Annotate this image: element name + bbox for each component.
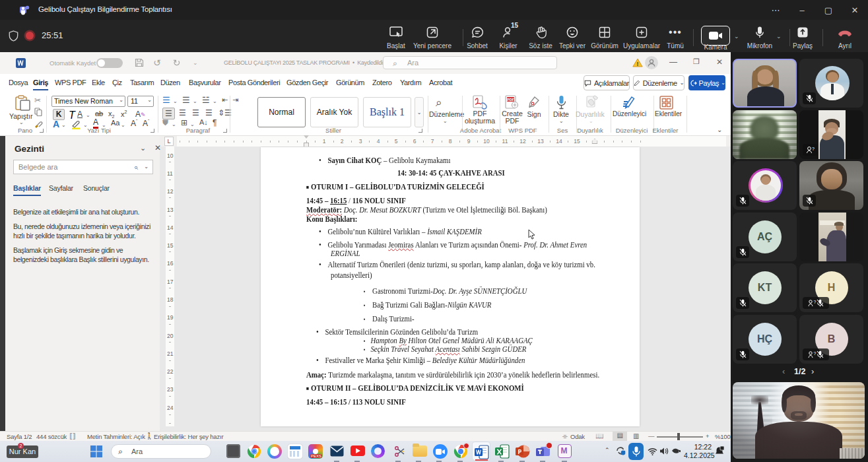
svg-text:?: ? (814, 300, 817, 304)
svg-text:!: ! (637, 61, 639, 67)
svg-text:PDF: PDF (507, 98, 515, 102)
svg-text:?: ? (814, 351, 817, 356)
svg-text:?: ? (812, 147, 815, 151)
